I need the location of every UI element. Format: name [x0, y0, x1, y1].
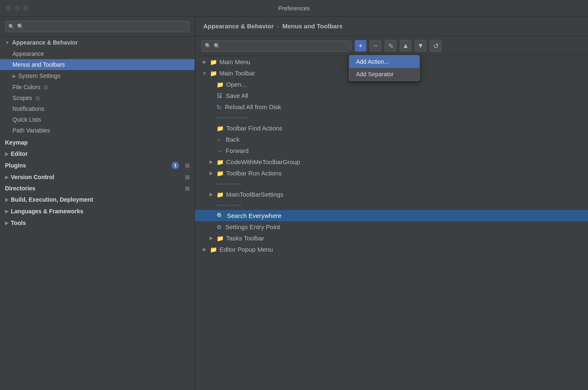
tree-row-main-toolbar-settings[interactable]: ▶ 📁 MainToolBarSettings: [195, 189, 588, 200]
window-title: Preferences: [278, 5, 309, 12]
chevron-right-icon: ▶: [12, 73, 16, 79]
tree-row-label: Back: [226, 136, 239, 143]
tree-row-label: Save All: [226, 92, 248, 99]
sidebar: 🔍 ▼ Appearance & Behavior Appearance Men…: [0, 17, 195, 390]
tree-row-save-all[interactable]: 🖫 Save All: [195, 90, 588, 101]
tree-row-search-everywhere[interactable]: 🔍 Search Everywhere: [195, 210, 588, 221]
move-up-button[interactable]: ▲: [400, 40, 411, 52]
forward-icon: →: [217, 148, 222, 154]
tree-row-label: Toolbar Find Actions: [226, 125, 282, 132]
folder-icon: 📁: [217, 159, 224, 165]
tree-row-label: Reload All from Disk: [225, 103, 281, 110]
add-button[interactable]: +: [355, 40, 366, 52]
sidebar-item-label: System Settings: [18, 72, 60, 79]
add-dropdown-menu: Add Action... Add Separator: [349, 55, 420, 81]
tree-row-toolbar-find-actions[interactable]: 📁 Toolbar Find Actions: [195, 122, 588, 134]
chevron-down-icon: ▼: [202, 71, 207, 76]
dropdown-item-add-separator[interactable]: Add Separator: [349, 68, 419, 80]
folder-icon: 📁: [217, 81, 224, 88]
sidebar-item-notifications[interactable]: Notifications: [0, 103, 194, 114]
folder-icon: 📁: [217, 235, 224, 242]
breadcrumb-part1: Appearance & Behavior: [203, 22, 274, 30]
move-down-button[interactable]: ▼: [415, 40, 426, 52]
sidebar-item-label: Keymap: [5, 139, 27, 146]
sidebar-item-label: Quick Lists: [12, 116, 41, 123]
main-layout: 🔍 ▼ Appearance & Behavior Appearance Men…: [0, 17, 588, 390]
minimize-button[interactable]: [15, 5, 20, 11]
remove-button[interactable]: −: [370, 40, 381, 52]
settings-icon: ⚙: [217, 224, 222, 230]
tree-row-toolbar-run-actions[interactable]: ▶ 📁 Toolbar Run Actions: [195, 168, 588, 179]
chevron-right-icon: ▶: [208, 192, 214, 197]
content-toolbar: 🔍 + − ✎ ▲ ▼ ↺ Add Action... Add Separato…: [195, 36, 588, 56]
reset-button[interactable]: ↺: [430, 40, 441, 52]
sidebar-item-label: File Colors: [12, 84, 40, 90]
back-icon: ←: [217, 136, 222, 143]
sidebar-item-plugins[interactable]: Plugins 1 ▤: [0, 160, 194, 171]
tree-separator-2: -----------: [195, 179, 588, 189]
sidebar-item-appearance-behavior[interactable]: ▼ Appearance & Behavior: [0, 37, 194, 48]
tree-row-tasks-toolbar[interactable]: ▶ 📁 Tasks Toolbar: [195, 232, 588, 244]
chevron-down-icon: ▼: [5, 40, 10, 45]
sidebar-group-label: Appearance & Behavior: [12, 39, 78, 46]
settings-icon: ▤: [44, 84, 48, 90]
chevron-right-icon: ▶: [202, 247, 207, 252]
sidebar-item-appearance[interactable]: Appearance: [0, 48, 194, 59]
sidebar-item-label: Menus and Toolbars: [12, 61, 65, 68]
sidebar-item-version-control[interactable]: ▶ Version Control ▤: [0, 171, 194, 183]
folder-icon: 📁: [217, 191, 224, 198]
titlebar: Preferences: [0, 0, 588, 17]
tree-row-forward[interactable]: → Forward: [195, 145, 588, 156]
sidebar-item-build-exec-deploy[interactable]: ▶ Build, Execution, Deployment: [0, 194, 194, 205]
tree-row-label: MainToolBarSettings: [226, 191, 284, 198]
sidebar-content: ▼ Appearance & Behavior Appearance Menus…: [0, 37, 194, 390]
tree-row-code-with-me[interactable]: ▶ 📁 CodeWithMeToolbarGroup: [195, 156, 588, 168]
sidebar-item-file-colors[interactable]: File Colors ▤: [0, 82, 194, 92]
sidebar-item-label: Path Variables: [12, 127, 50, 134]
maximize-button[interactable]: [23, 5, 29, 11]
toolbar-search-input[interactable]: [202, 40, 351, 52]
folder-icon: 📁: [210, 70, 217, 77]
tree-separator-3: -----------: [195, 200, 588, 210]
sidebar-group-label: Languages & Frameworks: [11, 208, 83, 215]
sidebar-item-editor[interactable]: ▶ Editor: [0, 148, 194, 160]
sidebar-item-label: Plugins: [5, 162, 26, 169]
tree-row-back[interactable]: ← Back: [195, 134, 588, 145]
sidebar-group-label: Tools: [11, 220, 26, 226]
tree-row-label: Forward: [226, 147, 249, 154]
settings-icon: ▤: [35, 95, 40, 101]
tree-row-label: Editor Popup Menu: [219, 246, 273, 253]
tree-row-label: Main Toolbar: [219, 70, 255, 77]
breadcrumb: Appearance & Behavior › Menus and Toolba…: [195, 17, 588, 36]
chevron-right-icon: ▶: [5, 197, 8, 202]
sidebar-item-tools[interactable]: ▶ Tools: [0, 217, 194, 229]
sidebar-item-menus-and-toolbars[interactable]: Menus and Toolbars: [0, 59, 194, 70]
sidebar-item-keymap[interactable]: Keymap: [0, 136, 194, 148]
sidebar-item-label: Scopes: [12, 95, 32, 101]
tree-row-settings-entry-point[interactable]: ⚙ Settings Entry Point: [195, 221, 588, 232]
folder-icon: 📁: [217, 125, 224, 132]
traffic-lights: [6, 5, 29, 11]
sidebar-search-input[interactable]: [5, 21, 189, 32]
settings-icon: ▤: [185, 162, 189, 168]
sidebar-item-directories[interactable]: Directories ▤: [0, 183, 194, 194]
dropdown-item-add-action[interactable]: Add Action...: [349, 55, 419, 68]
sidebar-item-languages-frameworks[interactable]: ▶ Languages & Frameworks: [0, 205, 194, 217]
sidebar-item-quick-lists[interactable]: Quick Lists: [0, 114, 194, 125]
tree-row-label: Toolbar Run Actions: [226, 170, 282, 177]
settings-icon: ▤: [185, 174, 189, 180]
tree-row-label: Settings Entry Point: [225, 223, 280, 230]
tree-row-label: Open...: [226, 81, 247, 88]
sidebar-item-scopes[interactable]: Scopes ▤: [0, 92, 194, 103]
sidebar-group-label: Editor: [11, 150, 27, 157]
edit-button[interactable]: ✎: [385, 40, 396, 52]
tree-row-editor-popup-menu[interactable]: ▶ 📁 Editor Popup Menu: [195, 244, 588, 255]
content-panel: Appearance & Behavior › Menus and Toolba…: [195, 17, 588, 390]
tree-row-reload[interactable]: ↻ Reload All from Disk: [195, 101, 588, 112]
sidebar-search-area: 🔍: [0, 17, 194, 37]
sidebar-item-path-variables[interactable]: Path Variables: [0, 125, 194, 136]
sidebar-item-system-settings[interactable]: ▶ System Settings: [0, 70, 194, 82]
toolbar-search-icon: 🔍: [205, 43, 211, 49]
close-button[interactable]: [6, 5, 11, 11]
sidebar-item-label: Appearance: [12, 50, 44, 57]
